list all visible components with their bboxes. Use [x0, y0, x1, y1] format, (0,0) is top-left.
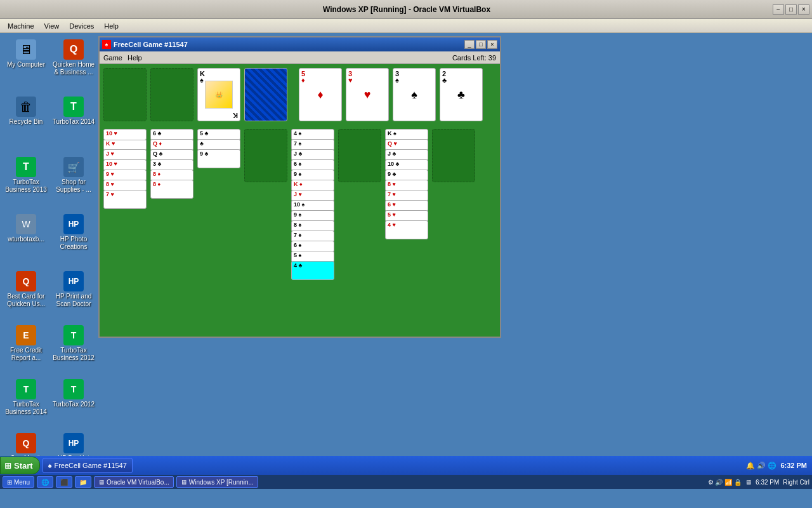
- taskbar-time: 6:32 PM: [780, 462, 807, 469]
- os-right-ctrl: 🖥: [745, 479, 752, 486]
- start-label: Start: [14, 461, 33, 471]
- vbox-menu-help[interactable]: Help: [99, 21, 124, 31]
- fc-close-btn[interactable]: ×: [487, 40, 497, 49]
- fc-minimize-btn[interactable]: _: [464, 40, 475, 49]
- windows-icon: ⊞: [7, 479, 12, 486]
- os-bottom-bar: ⊞ Menu 🌐 ⬛ 📁 🖥 Oracle VM VirtualBo... 🖥 …: [0, 475, 812, 489]
- fc-restore-btn[interactable]: □: [476, 40, 486, 49]
- icon-wturbotaxb-label: wturbotaxb...: [3, 236, 49, 243]
- start-button[interactable]: ⊞ Start: [0, 457, 40, 474]
- freecell-window: ♠ FreeCell Game #11547 _ □ × Game Help C…: [98, 36, 501, 338]
- icon-recycle-bin-label: Recycle Bin: [3, 118, 49, 126]
- fc-menu-help[interactable]: Help: [128, 54, 142, 62]
- icon-free-credit-label: Free Credit Report a...: [3, 347, 49, 362]
- os-time: 6:32 PM: [756, 479, 779, 486]
- icon-quicken-home[interactable]: Q Quicken Home & Business ...: [51, 39, 96, 76]
- icon-free-credit[interactable]: E Free Credit Report a...: [3, 325, 49, 362]
- icon-turbotax-biz-2013-label: TurboTax Business 2013: [3, 178, 49, 194]
- vbox-restore-btn[interactable]: □: [785, 4, 797, 15]
- column-7[interactable]: K ♠ Q ♥ J ♣ 10 ♣ 9 ♣ 8 ♥ 7 ♥ 6 ♥ 5 ♥ 4 ♥: [385, 129, 428, 239]
- winxp-icon: 🖥: [181, 479, 187, 486]
- freecell-menubar: Game Help Cards Left: 39: [100, 51, 500, 64]
- os-right-ctrl-label: Right Ctrl: [783, 479, 809, 486]
- icon-hp-photo-label: HP Photo Creations: [51, 236, 96, 251]
- vbox-menu-devices[interactable]: Devices: [64, 21, 99, 31]
- os-browser-btn[interactable]: 🌐: [37, 476, 53, 488]
- vbox-menu-machine[interactable]: Machine: [3, 21, 39, 31]
- notification-icons: 🔔 🔊 🌐: [746, 462, 776, 470]
- freecell-titlebar[interactable]: ♠ FreeCell Game #11547 _ □ ×: [100, 37, 500, 51]
- free-cell-3[interactable]: K ♠ 👑 K: [197, 68, 240, 121]
- icon-quicken-best[interactable]: Q Best Card for Quicken Us...: [3, 271, 49, 308]
- freecell-game-area[interactable]: K ♠ 👑 K 5 ♦ ♦ 3 ♥: [100, 64, 500, 337]
- freecell-win-controls: _ □ ×: [464, 40, 497, 49]
- icon-turbotax-2012b-label: TurboTax 2012: [51, 401, 96, 408]
- icon-turbotax-2014[interactable]: T TurboTax 2014: [51, 97, 96, 126]
- vbox-titlebar: Windows XP [Running] - Oracle VM Virtual…: [0, 0, 812, 19]
- os-files-btn[interactable]: 📁: [75, 476, 91, 488]
- os-taskbar-winxp[interactable]: 🖥 Windows XP [Runnin...: [176, 476, 258, 488]
- home-cell-1[interactable]: 5 ♦ ♦: [299, 68, 342, 121]
- freecell-taskbar-icon: ♠: [48, 462, 52, 469]
- column-5[interactable]: 4 ♠ 7 ♠ J ♣ 6 ♠ 9 ♠ K ♦ J ♥ 10 ♠ 9 ♠ 8 ♠…: [291, 129, 334, 280]
- home-cell-2[interactable]: 3 ♥ ♥: [346, 68, 389, 121]
- icon-wturbotaxb[interactable]: W wturbotaxb...: [3, 214, 49, 243]
- taskbar-items: ♠ FreeCell Game #11547: [40, 458, 742, 473]
- vbox-minimize-btn[interactable]: −: [773, 4, 784, 15]
- free-cell-1[interactable]: [103, 68, 147, 121]
- icon-my-computer-label: My Computer: [3, 61, 49, 69]
- home-cell-3[interactable]: 3 ♠ ♠: [393, 68, 436, 121]
- os-terminal-btn[interactable]: ⬛: [56, 476, 72, 488]
- column-8[interactable]: [432, 129, 475, 182]
- icon-hp-photo[interactable]: HP HP Photo Creations: [51, 214, 96, 251]
- windows-start-icon: ⊞: [4, 461, 11, 471]
- vbox-title: Windows XP [Running] - Oracle VM Virtual…: [41, 5, 773, 14]
- column-4[interactable]: [244, 129, 287, 182]
- free-cell-2[interactable]: [150, 68, 193, 121]
- os-menu-btn[interactable]: ⊞ Menu: [3, 476, 34, 488]
- icon-quicken-best-label: Best Card for Quicken Us...: [3, 293, 49, 308]
- vbox-controls: − □ ×: [773, 4, 809, 15]
- taskbar-right: 🔔 🔊 🌐 6:32 PM: [741, 462, 812, 470]
- icon-turbotax-2014b[interactable]: T TurboTax Business 2014: [3, 379, 49, 416]
- column-2[interactable]: 6 ♣ Q ♦ Q ♣ 3 ♣ 8 ♦ 8 ♦: [150, 129, 193, 199]
- oracle-icon: 🖥: [98, 479, 105, 486]
- os-left-controls: ⊞ Menu 🌐 ⬛ 📁: [3, 476, 91, 488]
- os-taskbar-items: 🖥 Oracle VM VirtualBo... 🖥 Windows XP [R…: [94, 476, 705, 488]
- column-1[interactable]: 10 ♥ K ♥ J ♥ 10 ♥ 9 ♥ 8 ♥ 7 ♥: [103, 129, 147, 209]
- os-sys-icons: ⚙ 🔊 📶 🔒: [708, 479, 742, 486]
- vbox-close-btn[interactable]: ×: [798, 4, 809, 15]
- icon-turbotax-2012-label: TurboTax Business 2012: [51, 347, 96, 362]
- icon-turbotax-biz-2013[interactable]: T TurboTax Business 2013: [3, 157, 49, 194]
- os-taskbar-oracle[interactable]: 🖥 Oracle VM VirtualBo...: [94, 476, 174, 488]
- fc-menu-game[interactable]: Game: [103, 54, 122, 62]
- icon-hp-print-scan-label: HP Print and Scan Doctor: [51, 293, 96, 308]
- icon-turbotax-2012b[interactable]: T TurboTax 2012: [51, 379, 96, 408]
- freecell-menu: Game Help: [103, 54, 142, 62]
- os-right-icons: ⚙ 🔊 📶 🔒 🖥 6:32 PM Right Ctrl: [708, 479, 809, 486]
- icon-recycle-bin[interactable]: 🗑 Recycle Bin: [3, 97, 49, 126]
- icon-shop-supplies-label: Shop for Supplies - ...: [51, 178, 96, 194]
- taskbar-item-freecell[interactable]: ♠ FreeCell Game #11547: [43, 458, 133, 473]
- icon-hp-print-scan[interactable]: HP HP Print and Scan Doctor: [51, 271, 96, 308]
- icon-shop-supplies[interactable]: 🛒 Shop for Supplies - ...: [51, 157, 96, 194]
- icon-quicken-home-label: Quicken Home & Business ...: [51, 61, 96, 76]
- column-3[interactable]: 5 ♣ ♣ 9 ♣: [197, 129, 240, 168]
- freecell-icon: ♠: [102, 40, 111, 49]
- icon-turbotax-2012[interactable]: T TurboTax Business 2012: [51, 325, 96, 362]
- icon-turbotax-2014-label: TurboTax 2014: [51, 118, 96, 126]
- home-cell-4[interactable]: 2 ♣ ♣: [440, 68, 483, 121]
- cards-left: Cards Left: 39: [452, 54, 496, 62]
- free-cell-4[interactable]: [244, 68, 287, 121]
- desktop: 🖥 My Computer Q Quicken Home & Business …: [0, 33, 812, 475]
- vbox-menubar: Machine View Devices Help: [0, 19, 812, 33]
- icon-turbotax-2014b-label: TurboTax Business 2014: [3, 401, 49, 416]
- vbox-menu-view[interactable]: View: [39, 21, 65, 31]
- column-6[interactable]: [338, 129, 381, 182]
- xp-taskbar: ⊞ Start ♠ FreeCell Game #11547 🔔 🔊 🌐 6:3…: [0, 456, 812, 475]
- icon-my-computer[interactable]: 🖥 My Computer: [3, 39, 49, 69]
- freecell-title-text: ♠ FreeCell Game #11547: [102, 40, 188, 49]
